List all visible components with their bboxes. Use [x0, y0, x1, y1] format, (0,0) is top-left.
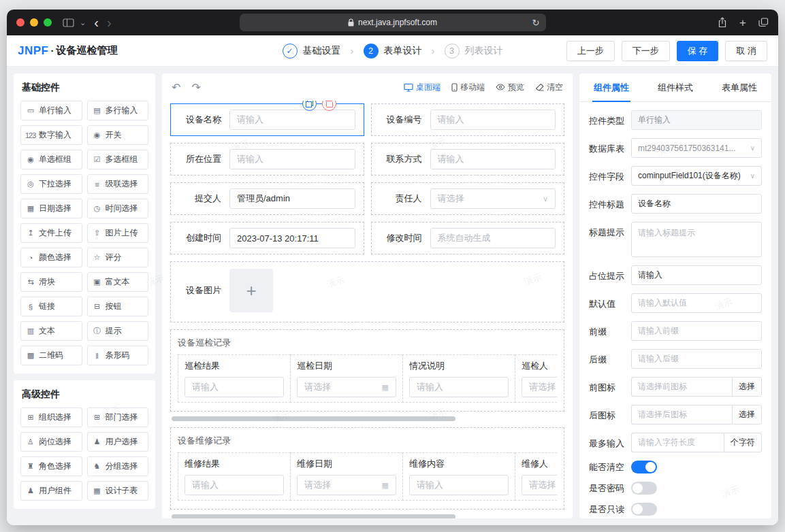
canvas-field-modify-time[interactable]: 修改时间系统自动生成	[371, 222, 565, 254]
delete-field-button[interactable]	[322, 101, 336, 111]
control-chip-time-picker[interactable]: ◷时间选择	[87, 199, 149, 218]
toggle-is-password[interactable]	[631, 482, 657, 495]
redo-icon[interactable]: ↷	[191, 81, 200, 94]
subtable-repair-record[interactable]: 设备维修记录维修结果请输入维修日期请选择▦维修内容请输入维修人请选择∨	[170, 427, 564, 510]
control-chip-label: 颜色选择	[39, 252, 71, 263]
subtable-column: 巡检日期请选择▦	[290, 354, 403, 403]
control-chip-multi-line-input[interactable]: ▤多行输入	[87, 101, 149, 120]
select-icon-button[interactable]: 选择	[732, 405, 762, 425]
canvas-field-submitter[interactable]: 提交人管理员/admin	[170, 182, 364, 215]
tab-component-style[interactable]: 组件样式	[643, 73, 707, 101]
preview-button[interactable]: 预览	[496, 82, 524, 93]
control-chip-design-subtable[interactable]: ▦设计子表	[87, 481, 149, 501]
reload-icon[interactable]: ↻	[532, 18, 540, 28]
input-control-field[interactable]: cominputField101(设备名称)∨	[631, 166, 762, 186]
chevron-down-icon: ∨	[748, 144, 755, 152]
canvas-field-contact[interactable]: 联系方式请输入	[371, 143, 565, 176]
next-step-button[interactable]: 下一步	[622, 41, 670, 61]
control-chip-image-upload[interactable]: ⇧图片上传	[87, 223, 149, 243]
control-chip-label: 评分	[106, 252, 122, 263]
subtable-inspection-record[interactable]: 设备巡检记录巡检结果请输入巡检日期请选择▦情况说明请输入巡检人请选择∨	[170, 329, 564, 412]
input-prefix[interactable]: 请输入前缀	[631, 321, 762, 341]
control-chip-button[interactable]: ⊟按钮	[87, 297, 149, 316]
control-chip-checkbox-group[interactable]: ☑多选框组	[87, 150, 149, 169]
chevron-down-icon[interactable]: ⌄	[80, 18, 86, 27]
tab-form-props[interactable]: 表单属性	[707, 73, 771, 101]
new-tab-icon[interactable]: +	[739, 17, 746, 29]
field-label: 设备名称	[179, 114, 221, 126]
chevron-right-icon: ›	[351, 45, 354, 56]
close-window-button[interactable]	[16, 18, 25, 27]
control-chip-number-input[interactable]: 123数字输入	[20, 125, 82, 145]
sidebar-toggle-icon[interactable]	[63, 18, 74, 27]
control-chip-post-select[interactable]: ♙岗位选择	[20, 432, 82, 452]
control-chip-user-select[interactable]: ♟用户选择	[87, 432, 149, 452]
back-button[interactable]: ‹	[94, 16, 99, 29]
share-icon[interactable]	[718, 17, 727, 28]
control-chip-switch[interactable]: ◉开关	[87, 125, 149, 145]
control-chip-rich-text[interactable]: ▣富文本	[87, 272, 149, 292]
control-chip-single-line-input[interactable]: ▭单行输入	[20, 101, 82, 120]
canvas-field-owner[interactable]: 责任人请选择∨	[371, 182, 565, 215]
prop-label: 能否清空	[589, 461, 631, 473]
canvas-field-device-image[interactable]: 设备图片+	[170, 261, 564, 322]
select-icon-button[interactable]: 选择	[732, 377, 762, 397]
cancel-button[interactable]: 取 消	[725, 41, 767, 61]
control-chip-radio-group[interactable]: ◉单选框组	[20, 150, 82, 169]
input-prefix-icon[interactable]: 请选择前图标	[631, 377, 732, 397]
zoom-window-button[interactable]	[44, 18, 52, 27]
url-text: next.java.jnpfsoft.com	[358, 18, 437, 27]
horizontal-scrollbar[interactable]	[172, 416, 455, 421]
control-chip-rate[interactable]: ☆评分	[87, 248, 149, 267]
address-bar[interactable]: next.java.jnpfsoft.com ↻	[240, 14, 546, 31]
input-control-label[interactable]: 设备名称	[631, 194, 762, 214]
input-default-value[interactable]: 请输入默认值	[631, 293, 762, 313]
save-button[interactable]: 保 存	[677, 41, 719, 61]
copy-field-button[interactable]	[302, 101, 317, 111]
clear-button[interactable]: 清空	[535, 82, 563, 93]
control-chip-barcode[interactable]: ‖条形码	[87, 346, 149, 365]
control-chip-alert[interactable]: ⓘ提示	[87, 321, 149, 341]
desktop-mode-button[interactable]: 桌面端	[404, 82, 440, 93]
input-placeholder[interactable]: 请输入	[631, 265, 762, 285]
control-chip-color-picker[interactable]: ◔颜色选择	[20, 248, 82, 267]
control-chip-role-select[interactable]: ♜角色选择	[20, 456, 82, 476]
canvas-field-device-code[interactable]: 设备编号请输入	[371, 103, 565, 136]
control-chip-group-select[interactable]: ♞分组选择	[87, 456, 149, 476]
minimize-window-button[interactable]	[30, 18, 38, 27]
control-chip-date-picker[interactable]: ▦日期选择	[20, 199, 82, 218]
input-label-tooltip[interactable]: 请输入标题提示	[631, 222, 762, 257]
toggle-clearable[interactable]	[631, 461, 657, 473]
toggle-is-readonly[interactable]	[631, 503, 657, 516]
input-suffix[interactable]: 请输入后缀	[631, 349, 762, 369]
forward-button[interactable]: ›	[107, 16, 112, 29]
undo-icon[interactable]: ↶	[172, 81, 180, 94]
prev-step-button[interactable]: 上一步	[566, 41, 615, 61]
control-chip-link[interactable]: §链接	[20, 297, 82, 316]
mobile-mode-button[interactable]: 移动端	[451, 82, 485, 93]
input-database-table[interactable]: mt294037561750363141...∨	[631, 138, 762, 158]
tab-overview-icon[interactable]	[758, 18, 769, 27]
canvas-field-device-name[interactable]: 设备名称请输入	[170, 103, 364, 136]
control-chip-org-select[interactable]: ⊞组织选择	[20, 408, 82, 427]
image-upload-box[interactable]: +	[229, 269, 273, 312]
step-list-design[interactable]: 3 列表设计	[445, 44, 503, 59]
tab-component-props[interactable]: 组件属性	[579, 73, 643, 101]
prop-row-prefix-icon: 前图标请选择前图标选择	[589, 377, 762, 397]
control-chip-label: 时间选择	[106, 203, 138, 214]
control-chip-cascader[interactable]: ≡级联选择	[87, 174, 149, 194]
input-suffix-icon[interactable]: 请选择后图标	[631, 405, 732, 425]
input-max-length[interactable]: 请输入字符长度	[631, 433, 724, 452]
control-chip-user-component[interactable]: ♟用户组件	[20, 481, 82, 501]
control-chip-file-upload[interactable]: ↥文件上传	[20, 223, 82, 243]
step-form-design[interactable]: 2 表单设计	[364, 44, 422, 59]
canvas-field-location[interactable]: 所在位置请输入	[170, 143, 364, 176]
control-chip-slider[interactable]: ⇆滑块	[20, 272, 82, 292]
canvas-field-create-time[interactable]: 创建时间2023-07-13 20:17:11	[170, 222, 364, 254]
control-chip-qr-code[interactable]: ▩二维码	[20, 346, 82, 365]
control-chip-dept-select[interactable]: ⊞部门选择	[87, 408, 149, 427]
control-chip-text[interactable]: ▥文本	[20, 321, 82, 341]
horizontal-scrollbar[interactable]	[172, 514, 455, 518]
control-chip-select[interactable]: ◎下拉选择	[20, 174, 82, 194]
step-basic-settings[interactable]: ✓ 基础设置	[283, 44, 341, 59]
